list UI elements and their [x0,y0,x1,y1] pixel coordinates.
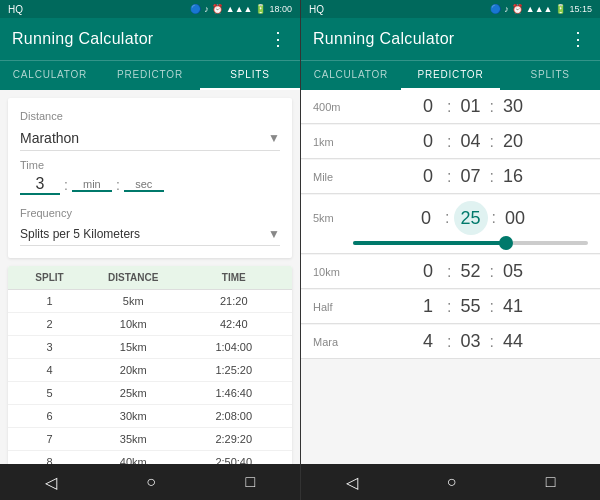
pred-m-1km: 04 [456,131,486,152]
right-menu-button[interactable]: ⋮ [569,28,588,50]
pred-label-mara: Mara [313,336,353,348]
time-field: : : [20,175,280,195]
left-panel: HQ 🔵 ♪ ⏰ ▲▲▲ 🔋 18:00 Running Calculator … [0,0,300,500]
left-form: Distance Marathon ▼ Time : : Frequency S… [8,98,292,258]
frequency-label: Frequency [20,207,280,219]
predictor-row-10km: 10km 0 : 52 : 05 [301,255,600,289]
left-app-title: Running Calculator [12,30,153,48]
pred-h-mara: 4 [413,331,443,352]
slider-container-5km[interactable] [353,239,588,245]
home-icon[interactable]: ○ [138,469,164,495]
pred-s-mile: 16 [498,166,528,187]
pred-m-mara: 03 [456,331,486,352]
pred-values-1km: 0 : 04 : 20 [353,131,588,152]
splits-col-distance: DISTANCE [83,272,184,283]
predictor-row-mile: Mile 0 : 07 : 16 [301,160,600,194]
slider-track-5km[interactable] [353,241,588,245]
pred-m-mile: 07 [456,166,486,187]
pred-s-10km: 05 [498,261,528,282]
distance-arrow-icon: ▼ [268,131,280,145]
right-tab-calculator[interactable]: CALCULATOR [301,61,401,90]
back-icon[interactable]: ◁ [37,469,65,496]
pred-values-mara: 4 : 03 : 44 [353,331,588,352]
recents-icon[interactable]: □ [238,469,264,495]
right-nav-bar: ◁ ○ □ [301,464,600,500]
right-home-icon[interactable]: ○ [439,469,465,495]
right-tab-splits[interactable]: SPLITS [500,61,600,90]
predictor-row-400m: 400m 0 : 01 : 30 [301,90,600,124]
predictor-content: 400m 0 : 01 : 30 1km 0 : 04 : 20 Mile [301,90,600,464]
left-menu-button[interactable]: ⋮ [269,28,288,50]
time-min-input[interactable] [72,178,112,192]
left-tab-splits[interactable]: SPLITS [200,61,300,90]
time-sec-input[interactable] [124,178,164,192]
left-status-icons: 🔵 ♪ ⏰ ▲▲▲ 🔋 18:00 [190,4,292,14]
left-tabs: CALCULATOR PREDICTOR SPLITS [0,60,300,90]
frequency-arrow-icon: ▼ [268,227,280,241]
pred-h-1km: 0 [413,131,443,152]
right-panel: HQ 🔵 ♪ ⏰ ▲▲▲ 🔋 15:15 Running Calculator … [300,0,600,500]
predictor-row-half: Half 1 : 55 : 41 [301,290,600,324]
right-recents-icon[interactable]: □ [538,469,564,495]
slider-thumb-5km[interactable] [499,236,513,250]
right-back-icon[interactable]: ◁ [338,469,366,496]
distance-dropdown[interactable]: Marathon ▼ [20,126,280,151]
pred-m-10km: 52 [456,261,486,282]
pred-h-half: 1 [413,296,443,317]
splits-row: 1 5km 21:20 [8,290,292,313]
pred-m-half: 55 [456,296,486,317]
splits-row: 3 15km 1:04:00 [8,336,292,359]
pred-s-1km: 20 [498,131,528,152]
predictor-row-mara: Mara 4 : 03 : 44 [301,325,600,359]
splits-col-split: SPLIT [16,272,83,283]
pred-values-half: 1 : 55 : 41 [353,296,588,317]
splits-header-row: SPLIT DISTANCE TIME [8,266,292,290]
pred-h-mile: 0 [413,166,443,187]
pred-label-10km: 10km [313,266,353,278]
splits-row: 6 30km 2:08:00 [8,405,292,428]
predictor-row-1km: 1km 0 : 04 : 20 [301,125,600,159]
right-status-icons: 🔵 ♪ ⏰ ▲▲▲ 🔋 15:15 [490,4,592,14]
splits-row: 8 40km 2:50:40 [8,451,292,464]
splits-row: 7 35km 2:29:20 [8,428,292,451]
pred-s-5km: 00 [500,208,530,229]
right-status-left: HQ [309,4,324,15]
frequency-dropdown[interactable]: Splits per 5 Kilometers ▼ [20,223,280,246]
pred-h-400m: 0 [413,96,443,117]
pred-m-5km: 25 [454,201,488,235]
right-app-header: Running Calculator ⋮ [301,18,600,60]
frequency-value: Splits per 5 Kilometers [20,227,140,241]
splits-row: 5 25km 1:46:40 [8,382,292,405]
left-status-time: 18:00 [269,4,292,14]
pred-s-400m: 30 [498,96,528,117]
pred-values-5km: 0 : 25 : 00 [353,201,588,235]
distance-label: Distance [20,110,280,122]
left-tab-predictor[interactable]: PREDICTOR [100,61,200,90]
right-status-time: 15:15 [569,4,592,14]
pred-values-400m: 0 : 01 : 30 [353,96,588,117]
pred-s-mara: 44 [498,331,528,352]
left-status-bar: HQ 🔵 ♪ ⏰ ▲▲▲ 🔋 18:00 [0,0,300,18]
pred-label-mile: Mile [313,171,353,183]
pred-h-5km: 0 [411,208,441,229]
time-sep-2: : [116,177,120,193]
pred-label-half: Half [313,301,353,313]
left-tab-calculator[interactable]: CALCULATOR [0,61,100,90]
right-tab-predictor[interactable]: PREDICTOR [401,61,501,90]
slider-fill-5km [353,241,506,245]
left-content: Distance Marathon ▼ Time : : Frequency S… [0,90,300,464]
left-nav-bar: ◁ ○ □ [0,464,300,500]
pred-label-400m: 400m [313,101,353,113]
splits-row: 2 10km 42:40 [8,313,292,336]
splits-col-time: TIME [184,272,285,283]
right-app-title: Running Calculator [313,30,454,48]
predictor-row-5km: 5km 0 : 25 : 00 [301,195,600,254]
left-status-left: HQ [8,4,23,15]
splits-row: 4 20km 1:25:20 [8,359,292,382]
distance-value: Marathon [20,130,79,146]
time-hours-input[interactable] [20,175,60,195]
time-sep-1: : [64,177,68,193]
right-status-bar: HQ 🔵 ♪ ⏰ ▲▲▲ 🔋 15:15 [301,0,600,18]
splits-table: SPLIT DISTANCE TIME 1 5km 21:20 2 10km 4… [8,266,292,464]
pred-values-mile: 0 : 07 : 16 [353,166,588,187]
